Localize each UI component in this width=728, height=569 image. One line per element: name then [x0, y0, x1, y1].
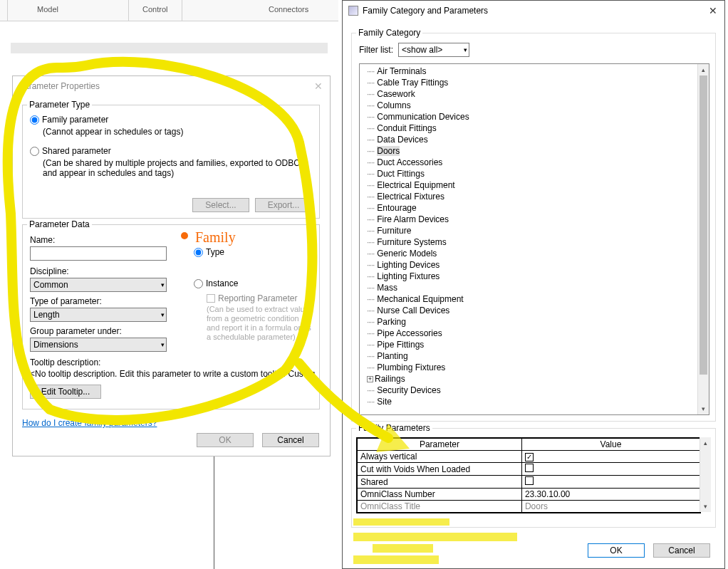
tree-dots-icon: ····· [367, 397, 374, 406]
radio-input[interactable] [194, 248, 203, 257]
category-item[interactable]: ·····Conduit Fittings [360, 122, 697, 134]
category-item[interactable]: ·····Mechanical Equipment [360, 293, 697, 305]
param-value[interactable]: Doors [521, 501, 700, 513]
close-icon[interactable]: ✕ [707, 1, 719, 21]
radio-input[interactable] [30, 147, 39, 156]
shared-parameter-radio[interactable]: Shared parameter [30, 146, 312, 156]
category-item[interactable]: ·····Fire Alarm Devices [360, 214, 697, 225]
checkbox-icon[interactable] [525, 476, 534, 485]
radio-input[interactable] [194, 279, 203, 288]
category-item[interactable]: ·····Site [360, 396, 697, 407]
category-item[interactable]: ·····Pipe Accessories [360, 328, 697, 339]
chevron-down-icon: ▾ [161, 341, 165, 348]
expand-icon[interactable]: + [367, 376, 373, 382]
tree-dots-icon: ····· [367, 352, 374, 360]
category-item[interactable]: ·····Parking [360, 316, 697, 328]
ribbon-tab-model[interactable]: Model [37, 5, 58, 14]
help-link[interactable]: How do I create family parameters? [22, 418, 157, 428]
discipline-combo[interactable]: Common▾ [30, 278, 167, 292]
param-value[interactable]: 23.30.10.00 [521, 489, 700, 501]
category-item[interactable]: ·····Electrical Equipment [360, 179, 697, 191]
ok-button[interactable]: OK [588, 543, 645, 558]
ribbon-tab-connectors[interactable]: Connectors [269, 5, 308, 14]
ribbon-tab-control[interactable]: Control [142, 5, 167, 14]
table-row[interactable]: OmniClass Number23.30.10.00 [358, 489, 700, 501]
th-parameter: Parameter [358, 439, 522, 451]
dialog-title: Family Category and Parameters [363, 1, 707, 21]
ok-button[interactable]: OK [197, 433, 254, 447]
select-button[interactable]: Select... [192, 198, 249, 212]
param-name: OmniClass Title [358, 501, 522, 513]
shared-param-note: (Can be shared by multiple projects and … [43, 158, 312, 178]
param-value[interactable] [521, 476, 700, 489]
param-value[interactable] [521, 463, 700, 476]
category-item[interactable]: ·····Furniture [360, 225, 697, 236]
category-item[interactable]: ·····Plumbing Fixtures [360, 362, 697, 373]
tree-dots-icon: ····· [367, 272, 374, 281]
category-item[interactable]: ·····Columns [360, 100, 697, 111]
param-value[interactable]: ✓ [521, 451, 700, 463]
parameter-type-group: Parameter Type Family parameter (Cannot … [22, 105, 320, 219]
category-item[interactable]: ·····Planting [360, 350, 697, 362]
dialog-titlebar[interactable]: Family Category and Parameters ✕ [343, 1, 724, 21]
table-row[interactable]: Always vertical✓ [358, 451, 700, 463]
category-item[interactable]: ·····Doors [360, 145, 697, 157]
dialog-titlebar[interactable]: Parameter Properties ✕ [13, 76, 330, 96]
category-item[interactable]: ·····Communication Devices [360, 111, 697, 122]
table-row[interactable]: Shared [358, 476, 700, 489]
scrollbar[interactable]: ▴ ▾ [697, 64, 709, 414]
category-item[interactable]: ·····Duct Accessories [360, 157, 697, 168]
category-item[interactable]: ·····Duct Fittings [360, 168, 697, 179]
chevron-down-icon: ▾ [161, 311, 165, 318]
category-item[interactable]: ·····Casework [360, 88, 697, 100]
name-input[interactable] [30, 246, 167, 261]
export-button[interactable]: Export... [255, 198, 312, 212]
checkbox-icon[interactable] [525, 464, 534, 472]
category-item[interactable]: ·····Generic Models [360, 248, 697, 259]
category-item[interactable]: ·····Entourage [360, 202, 697, 214]
category-item[interactable]: +Railings [360, 373, 697, 385]
close-icon[interactable]: ✕ [313, 76, 324, 96]
cancel-button[interactable]: Cancel [262, 433, 319, 447]
scrollbar[interactable]: ▴ ▾ [700, 437, 711, 512]
tree-dots-icon: ····· [367, 226, 374, 235]
category-item[interactable]: ·····Nurse Call Devices [360, 305, 697, 316]
scroll-up-icon[interactable]: ▴ [700, 437, 711, 449]
category-item[interactable]: ·····Air Terminals [360, 66, 697, 77]
table-row[interactable]: Cut with Voids When Loaded [358, 463, 700, 476]
table-row[interactable]: OmniClass TitleDoors [358, 501, 700, 513]
category-item[interactable]: ·····Lighting Devices [360, 259, 697, 271]
reporting-note: (Can be used to extract value from a geo… [207, 305, 313, 342]
scroll-thumb[interactable] [700, 75, 707, 375]
category-tree[interactable]: ·····Air Terminals·····Cable Tray Fittin… [359, 63, 709, 415]
family-parameters-table[interactable]: Parameter Value Always vertical✓Cut with… [356, 437, 701, 513]
category-item[interactable]: ·····Lighting Fixtures [360, 271, 697, 282]
cancel-button[interactable]: Cancel [653, 543, 710, 558]
scroll-down-icon[interactable]: ▾ [698, 403, 709, 414]
tree-dots-icon: ····· [367, 283, 374, 292]
category-label: Mass [377, 283, 397, 293]
category-item[interactable]: ·····Security Devices [360, 385, 697, 396]
filter-label: Filter list: [359, 45, 393, 55]
category-item[interactable]: ·····Data Devices [360, 134, 697, 145]
family-parameter-radio[interactable]: Family parameter [30, 115, 312, 125]
filter-combo[interactable]: <show all>▾ [398, 43, 469, 57]
tree-dots-icon: ····· [367, 340, 374, 349]
scroll-down-icon[interactable]: ▾ [700, 501, 711, 512]
type-radio[interactable]: Type [194, 247, 224, 257]
category-item[interactable]: ·····Electrical Fixtures [360, 191, 697, 202]
category-item[interactable]: ·····Pipe Fittings [360, 339, 697, 350]
instance-radio[interactable]: Instance [194, 278, 238, 288]
category-item[interactable]: ·····Mass [360, 282, 697, 293]
radio-input[interactable] [30, 115, 39, 125]
category-label: Pipe Accessories [377, 328, 442, 338]
scroll-up-icon[interactable]: ▴ [698, 64, 709, 75]
groupunder-combo[interactable]: Dimensions▾ [30, 338, 167, 352]
edit-tooltip-button[interactable]: Edit Tooltip... [30, 385, 101, 399]
ribbon-sep [182, 0, 182, 21]
typeofparam-combo[interactable]: Length▾ [30, 308, 167, 322]
category-item[interactable]: ·····Cable Tray Fittings [360, 77, 697, 88]
tree-dots-icon: ····· [367, 386, 374, 395]
checkbox-icon[interactable]: ✓ [525, 453, 534, 461]
category-item[interactable]: ·····Furniture Systems [360, 236, 697, 248]
